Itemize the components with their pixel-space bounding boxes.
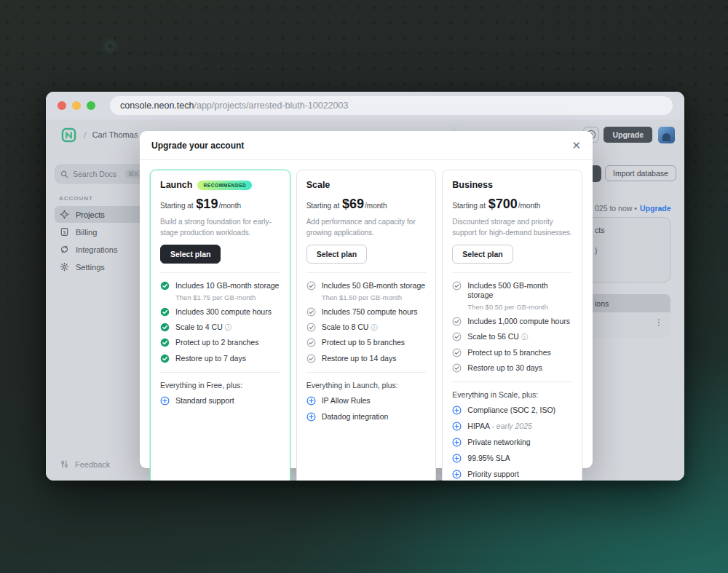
check-circle-outline-icon	[452, 332, 462, 341]
plan-card-launch: LaunchRECOMMENDEDStarting at $19/monthBu…	[150, 170, 290, 481]
feature-subtext: Then $1.50 per GB-month	[322, 293, 427, 301]
minimize-window-button[interactable]	[72, 101, 81, 110]
extra-item: HIPAA - early 2025	[452, 422, 572, 431]
info-icon[interactable]: ⓘ	[225, 323, 232, 331]
feature-item: Protect up to 5 branches	[452, 348, 572, 357]
plan-price: Starting at $69/month	[306, 197, 427, 212]
app-viewport: / Carl Thomas ? Upgrade Search Docs ⌘K	[46, 119, 684, 481]
feature-item: Restore up to 14 days	[306, 354, 427, 363]
plan-cards-container: LaunchRECOMMENDEDStarting at $19/monthBu…	[140, 160, 593, 481]
extra-item: 99.95% SLA	[452, 454, 572, 463]
feature-item: Includes 750 compute hours	[306, 307, 427, 317]
glow-dot	[108, 44, 113, 49]
extra-item: Datadog integration	[306, 412, 427, 422]
plan-description: Add performance and capacity for growing…	[306, 217, 427, 238]
check-circle-filled-icon	[160, 307, 170, 317]
feature-item: Protect up to 2 branches	[160, 338, 280, 347]
plan-name: Business	[452, 180, 493, 190]
plus-circle-icon	[452, 454, 462, 463]
feature-item: Restore up to 7 days	[160, 354, 280, 363]
check-circle-filled-icon	[160, 281, 170, 291]
feature-item: Includes 500 GB-month storage	[452, 281, 572, 300]
info-icon[interactable]: ⓘ	[521, 333, 529, 341]
select-plan-button[interactable]: Select plan	[452, 245, 513, 264]
zoom-window-button[interactable]	[87, 101, 95, 110]
info-icon[interactable]: ⓘ	[371, 323, 378, 331]
feature-item: Protect up to 5 branches	[306, 338, 427, 347]
extras-title: Everything in Free, plus:	[160, 381, 280, 390]
check-circle-outline-icon	[306, 307, 316, 317]
check-circle-outline-icon	[306, 354, 316, 363]
plus-circle-icon	[306, 412, 316, 422]
extras-title: Everything in Scale, plus:	[452, 390, 572, 399]
feature-item: Includes 10 GB-month storage	[160, 281, 280, 291]
plan-price: Starting at $700/month	[452, 197, 572, 212]
feature-item: Scale to 8 CUⓘ	[306, 323, 427, 332]
extra-item: IP Allow Rules	[306, 396, 427, 406]
select-plan-button[interactable]: Select plan	[160, 245, 221, 264]
feature-subtext: Then $0.50 per GB-month	[467, 303, 572, 311]
plan-card-business: BusinessStarting at $700/monthDiscounted…	[442, 170, 582, 481]
check-circle-filled-icon	[160, 323, 170, 332]
feature-item: Includes 50 GB-month storage	[306, 281, 427, 291]
extra-item: Compliance (SOC 2, ISO)	[452, 406, 572, 415]
plus-circle-icon	[160, 396, 170, 406]
feature-item: Restore up to 30 days	[452, 363, 572, 373]
upgrade-account-modal: Upgrade your account ✕ LaunchRECOMMENDED…	[140, 131, 593, 468]
plus-circle-icon	[306, 396, 316, 406]
check-circle-outline-icon	[452, 281, 462, 291]
close-window-button[interactable]	[58, 101, 66, 110]
check-circle-filled-icon	[160, 338, 170, 347]
plus-circle-icon	[452, 406, 462, 415]
plan-extras: Compliance (SOC 2, ISO)HIPAA - early 202…	[452, 406, 572, 480]
select-plan-button[interactable]: Select plan	[306, 245, 367, 264]
modal-title: Upgrade your account	[151, 141, 244, 151]
plan-name: Launch	[160, 180, 192, 190]
check-circle-outline-icon	[452, 363, 462, 373]
browser-titlebar: console.neon.tech/app/projects/arrested-…	[46, 92, 684, 119]
feature-item: Includes 300 compute hours	[160, 307, 280, 317]
check-circle-outline-icon	[452, 317, 462, 326]
check-circle-filled-icon	[160, 354, 170, 363]
url-path: /app/projects/arrested-bluth-10022003	[194, 100, 348, 111]
feature-subtext: Then $1.75 per GB-month	[175, 293, 280, 301]
check-circle-outline-icon	[306, 281, 316, 291]
plan-features: Includes 50 GB-month storageThen $1.50 p…	[306, 281, 427, 363]
plan-features: Includes 10 GB-month storageThen $1.75 p…	[160, 281, 280, 363]
extra-item: Priority support	[452, 470, 572, 479]
close-icon[interactable]: ✕	[571, 140, 581, 151]
check-circle-outline-icon	[452, 348, 462, 357]
check-circle-outline-icon	[306, 323, 316, 332]
browser-window: console.neon.tech/app/projects/arrested-…	[46, 92, 684, 481]
modal-header: Upgrade your account ✕	[140, 131, 593, 160]
plan-description: Build a strong foundation for early-stag…	[160, 217, 280, 238]
extras-title: Everything in Launch, plus:	[306, 381, 427, 390]
plan-name: Scale	[306, 180, 331, 190]
feature-item: Scale to 4 CUⓘ	[160, 323, 280, 332]
url-host: console.neon.tech	[120, 100, 194, 111]
extra-item: Standard support	[160, 396, 280, 406]
plan-description: Discounted storage and priority support …	[452, 217, 572, 238]
plus-circle-icon	[452, 470, 462, 479]
plan-extras: IP Allow RulesDatadog integration	[306, 396, 427, 422]
plan-card-scale: ScaleStarting at $69/monthAdd performanc…	[296, 170, 437, 481]
plus-circle-icon	[452, 422, 462, 431]
recommended-badge: RECOMMENDED	[197, 181, 252, 190]
plan-price: Starting at $19/month	[160, 197, 280, 212]
feature-item: Includes 1,000 compute hours	[452, 317, 572, 326]
feature-item: Scale to 56 CUⓘ	[452, 332, 572, 341]
plan-features: Includes 500 GB-month storageThen $0.50 …	[452, 281, 572, 373]
plus-circle-icon	[452, 438, 462, 447]
extra-item: Private networking	[452, 438, 572, 447]
url-bar[interactable]: console.neon.tech/app/projects/arrested-…	[110, 96, 673, 115]
plan-extras: Standard support	[160, 396, 280, 406]
check-circle-outline-icon	[306, 338, 316, 347]
